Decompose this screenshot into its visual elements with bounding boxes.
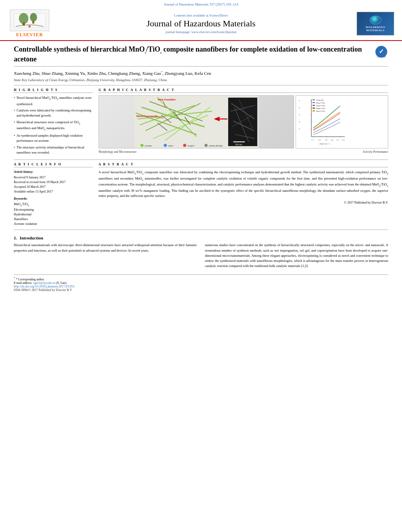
svg-text:-1: -1: [298, 100, 300, 102]
authors: Xuecheng Zhu, Shuo Zhang, Xinning Yu, Xi…: [14, 70, 388, 76]
introduction-section: 1. Introduction Hierarchical nanomateria…: [14, 232, 388, 269]
email-label: E-mail address:: [14, 281, 32, 285]
svg-rect-72: [313, 102, 315, 103]
graphical-abstract-section: G R A P H I C A L A B S T R A C T: [99, 88, 388, 156]
hazardous-box: HAZARDOUS MATERIALS: [357, 12, 394, 35]
elsevier-text: ELSEVIER: [16, 32, 43, 38]
svg-text:Mn₁-T-NFs: Mn₁-T-NFs: [316, 102, 325, 104]
list-item: • As-synthesized samples displayed high …: [14, 133, 93, 143]
article-info-header: A R T I C L E I N F O: [14, 162, 93, 167]
svg-point-3: [30, 13, 37, 22]
contents-label: Contents lists available at: [174, 13, 208, 17]
contents-available: Contents lists available at ScienceDirec…: [51, 13, 351, 17]
intro-title-text: Introduction: [20, 235, 43, 240]
morphology-label: Morphology and Microstructure: [99, 150, 137, 154]
svg-text:water: water: [168, 145, 173, 147]
article-area: Controllable synthesis of hierarchical M…: [0, 41, 402, 296]
journal-citation: Journal of Hazardous Materials 337 (2017…: [0, 0, 402, 7]
ga-labels: Morphology and Microstructure Activity P…: [99, 150, 388, 154]
corresponding-author: * * Corresponding author.: [14, 276, 388, 281]
svg-rect-78: [313, 110, 315, 111]
list-item: • Hierarchical structures were comprised…: [14, 120, 93, 132]
journal-homepage: journal homepage: www.elsevier.com/locat…: [51, 30, 351, 34]
svg-rect-70: [313, 99, 315, 100]
bullet-icon: •: [14, 145, 15, 150]
abstract-section: A B S T R A C T A novel hierarchical MnO…: [99, 162, 388, 226]
svg-text:Mn₄-T-NFs: Mn₄-T-NFs: [316, 110, 325, 112]
activity-label: Activity Performance: [363, 150, 388, 154]
svg-text:2.1: 2.1: [337, 139, 339, 141]
svg-rect-0: [14, 13, 45, 27]
divider-3: [14, 230, 388, 230]
svg-text:✓: ✓: [379, 48, 384, 55]
accepted-date: Accepted 24 March 2017: [14, 185, 93, 189]
highlight-text: The structure–activity relationships of …: [17, 145, 93, 155]
doi-link[interactable]: http://dx.doi.org/10.1016/j.jhazmat.2017…: [14, 285, 388, 288]
svg-text:-2: -2: [298, 107, 300, 109]
svg-text:oxygen: oxygen: [187, 145, 194, 147]
affiliation: State Key Laboratory of Clean Energy Uti…: [14, 78, 388, 82]
svg-point-1: [19, 13, 28, 24]
elsevier-logo: ELSEVIER: [8, 9, 51, 38]
journal-header: ELSEVIER Contents lists available at Sci…: [0, 7, 402, 41]
svg-point-41: [164, 144, 167, 147]
activity-chart: -1 -2 -3 -4 -5 1.7 1.8 1.: [296, 95, 388, 148]
svg-point-39: [140, 144, 143, 147]
svg-text:Mn₃-T-NFs: Mn₃-T-NFs: [316, 108, 325, 109]
bullet-icon: •: [14, 108, 15, 113]
svg-text:CrossMark: CrossMark: [376, 56, 386, 58]
corresponding-label: * Corresponding author.: [16, 278, 45, 281]
highlights-header: H I G H L I G H T S: [14, 88, 93, 93]
svg-rect-4: [32, 21, 34, 24]
svg-text:MnO₂ Nanoneedle: MnO₂ Nanoneedle: [136, 115, 158, 118]
hazardous-logo: HAZARDOUS MATERIALS: [351, 12, 394, 35]
issn-copyright: 0304-3894/© 2017 Published by Elsevier B…: [14, 288, 388, 292]
svg-point-43: [183, 144, 186, 147]
article-info-content: Article history: Received 9 January 2017…: [14, 170, 93, 226]
graphical-abstract-image: 500 nm TiO₂ Nanofiber MnO₂ Nanoneedle ac…: [99, 95, 294, 148]
list-item: • Novel hierarchical MnOx/TiO2 nanofiber…: [14, 95, 93, 106]
footnote-area: * * Corresponding author. E-mail address…: [14, 274, 388, 292]
svg-rect-33: [233, 142, 245, 143]
highlights-list: • Novel hierarchical MnOx/TiO2 nanofiber…: [14, 95, 93, 155]
highlight-text: Catalysts were fabricated by combining e…: [17, 108, 93, 118]
keyword-4: Nanofibers: [14, 217, 93, 222]
svg-text:TiO₂-NFs: TiO₂-NFs: [316, 99, 324, 101]
svg-text:2.2: 2.2: [342, 139, 345, 141]
list-item: • The structure–activity relationships o…: [14, 145, 93, 155]
keyword-2: Electrospinning: [14, 208, 93, 212]
received-date: Received 9 January 2017: [14, 175, 93, 180]
divider-1: [14, 85, 388, 85]
intro-paragraph-1: Hierarchical nanomaterials with microsco…: [14, 243, 197, 269]
highlight-text: Hierarchical structures were comprised o…: [17, 120, 93, 132]
svg-rect-74: [313, 105, 315, 106]
available-date: Available online 13 April 2017: [14, 189, 93, 194]
crossmark-icon: ✓ CrossMark: [374, 45, 388, 59]
sciencedirect-link[interactable]: ScienceDirect: [209, 13, 228, 17]
citation-text: Journal of Hazardous Materials 337 (2017…: [164, 2, 238, 6]
highlight-text: Novel hierarchical MnOx/TiO2 nanofiber c…: [17, 95, 93, 106]
elsevier-svg: [12, 11, 47, 29]
article-info-section: A R T I C L E I N F O Article history: R…: [14, 162, 93, 226]
email-link[interactable]: xgao1@zju.edu.cn: [33, 281, 55, 285]
svg-text:acetone: acetone: [145, 145, 152, 147]
highlights-graphical-row: H I G H L I G H T S • Novel hierarchical…: [14, 88, 388, 156]
svg-text:500 nm: 500 nm: [235, 144, 242, 146]
revised-date: Received in revised form 19 March 2017: [14, 180, 93, 185]
intro-number: 1.: [14, 235, 17, 240]
svg-rect-25: [228, 98, 257, 146]
list-item: • Catalysts were fabricated by combining…: [14, 108, 93, 118]
svg-rect-76: [313, 108, 315, 109]
homepage-link[interactable]: www.elsevier.com/locate/jhazmat: [191, 30, 236, 34]
bullet-icon: •: [14, 95, 15, 100]
highlight-text: As-synthesized samples displayed high ox…: [17, 133, 93, 143]
activity-chart-svg: -1 -2 -3 -4 -5 1.7 1.8 1.: [298, 97, 347, 146]
svg-text:-5: -5: [298, 128, 300, 130]
email-line: E-mail address: xgao1@zju.edu.cn (X. Gao…: [14, 281, 388, 285]
svg-text:1.9: 1.9: [325, 139, 328, 141]
elsevier-image: [10, 9, 49, 31]
bullet-icon: •: [14, 120, 15, 125]
keywords-section: Keywords: MnOx/TiO2 Electrospinning Hydr…: [14, 196, 93, 226]
svg-text:-4: -4: [298, 121, 300, 123]
svg-point-5: [28, 25, 31, 28]
